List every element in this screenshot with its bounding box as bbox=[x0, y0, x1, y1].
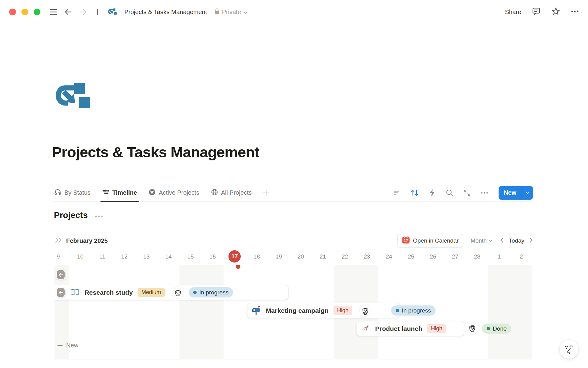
scale-label: Month bbox=[470, 237, 487, 244]
day-cell: 1 bbox=[488, 250, 510, 264]
comments-icon[interactable] bbox=[532, 7, 541, 17]
new-button-caret[interactable] bbox=[522, 186, 533, 200]
new-button-label[interactable]: New bbox=[499, 186, 522, 200]
tab-label: Timeline bbox=[112, 189, 137, 196]
task-title: Marketing campaign bbox=[266, 307, 329, 314]
scroll-to-task-button[interactable] bbox=[56, 287, 65, 297]
status-dot bbox=[487, 327, 490, 330]
priority-badge: High bbox=[334, 306, 352, 315]
tab-by-status[interactable]: By Status bbox=[52, 184, 92, 201]
task-title: Research study bbox=[85, 289, 133, 296]
page-title[interactable]: Projects & Tasks Management bbox=[52, 144, 259, 161]
timeline-scale-select[interactable]: Month bbox=[470, 237, 493, 244]
day-cell-today: 17 bbox=[224, 250, 246, 264]
status-pill: Done bbox=[482, 324, 511, 334]
assignee-avatar-man-dark-hair bbox=[172, 287, 184, 298]
status-pill: In progress bbox=[189, 287, 233, 297]
favorite-star-icon[interactable] bbox=[551, 7, 560, 17]
book-icon bbox=[70, 289, 80, 297]
day-cell: 11 bbox=[91, 250, 113, 264]
add-view-button[interactable] bbox=[262, 188, 271, 197]
sidebar-toggle-icon[interactable] bbox=[48, 7, 59, 17]
more-view-options-icon[interactable] bbox=[480, 188, 489, 197]
task-card[interactable]: Product launchHigh bbox=[356, 321, 464, 336]
window-controls bbox=[9, 9, 40, 15]
day-cell: 2 bbox=[510, 250, 532, 264]
chevrons-right-icon[interactable] bbox=[55, 237, 63, 245]
status-icon bbox=[54, 189, 61, 197]
scroll-to-task-button[interactable] bbox=[56, 270, 65, 280]
collection-menu-icon[interactable] bbox=[95, 210, 103, 220]
breadcrumb-page-title[interactable]: Projects & Tasks Management bbox=[124, 9, 207, 16]
notion-window: Projects & Tasks Management Private Shar… bbox=[0, 0, 588, 368]
tab-label: Active Projects bbox=[159, 189, 199, 196]
task-card[interactable]: Marketing campaignHigh bbox=[247, 303, 400, 318]
close-window-button[interactable] bbox=[9, 9, 16, 15]
day-cell: 24 bbox=[378, 250, 400, 264]
day-cell: 27 bbox=[444, 250, 466, 264]
expand-icon[interactable] bbox=[462, 188, 472, 197]
day-cell: 19 bbox=[268, 250, 290, 264]
task-card[interactable]: Research studyMediumIn progress bbox=[55, 285, 288, 300]
forward-icon[interactable] bbox=[78, 7, 88, 17]
tab-timeline[interactable]: Timeline bbox=[100, 184, 139, 201]
date-row: 9101112131415161718192021222324252627281… bbox=[55, 250, 533, 264]
offscreen-task-indicator[interactable] bbox=[56, 270, 65, 280]
day-cell: 22 bbox=[334, 250, 356, 264]
today-badge: 17 bbox=[228, 250, 241, 263]
filter-icon[interactable] bbox=[393, 188, 402, 197]
new-task-row[interactable]: New bbox=[57, 342, 78, 349]
day-cell: 21 bbox=[312, 250, 334, 264]
more-options-icon[interactable] bbox=[571, 7, 579, 17]
collection-title[interactable]: Projects bbox=[54, 210, 88, 220]
page-icon-logo[interactable] bbox=[56, 82, 90, 112]
task-layer: New Research studyMediumIn progressMarke… bbox=[55, 265, 533, 359]
day-cell: 25 bbox=[400, 250, 422, 264]
back-icon[interactable] bbox=[63, 7, 74, 17]
assignee-avatar-man-beard bbox=[360, 305, 371, 316]
status-label: Done bbox=[493, 325, 507, 332]
timeline-grid[interactable]: New Research studyMediumIn progressMarke… bbox=[55, 265, 533, 359]
new-page-icon[interactable] bbox=[92, 7, 103, 17]
view-bar: By Status Timeline Active Projects bbox=[52, 184, 533, 202]
day-cell: 9 bbox=[55, 250, 69, 264]
today-button[interactable]: Today bbox=[509, 237, 524, 244]
zoom-window-button[interactable] bbox=[34, 9, 40, 15]
privacy-label: Private bbox=[222, 9, 241, 16]
day-cell: 13 bbox=[135, 250, 157, 264]
new-task-label: New bbox=[66, 342, 78, 349]
privacy-dropdown[interactable]: Private bbox=[214, 8, 247, 16]
share-button[interactable]: Share bbox=[505, 9, 521, 16]
lock-icon bbox=[214, 8, 220, 16]
calendar-icon: 17 bbox=[402, 236, 410, 246]
sort-icon[interactable] bbox=[410, 188, 419, 197]
notion-ai-face-button[interactable] bbox=[560, 340, 579, 359]
automations-lightning-icon[interactable] bbox=[428, 188, 437, 197]
timeline-header: February 2025 17 Open in Calendar Month bbox=[55, 233, 533, 248]
priority-badge: High bbox=[427, 324, 446, 333]
open-in-calendar-button[interactable]: 17 Open in Calendar bbox=[397, 234, 463, 248]
day-cell: 23 bbox=[356, 250, 378, 264]
day-cell: 10 bbox=[69, 250, 91, 264]
chevron-down-icon bbox=[243, 9, 247, 16]
star-circle-icon bbox=[149, 189, 156, 197]
status-label: In progress bbox=[402, 307, 431, 314]
mailbox-icon bbox=[252, 306, 261, 315]
assignee-avatar-man-gray-hair bbox=[466, 323, 478, 334]
day-cell: 16 bbox=[202, 250, 224, 264]
timeline-month-label[interactable]: February 2025 bbox=[66, 237, 108, 244]
search-icon[interactable] bbox=[445, 188, 454, 197]
day-cell: 12 bbox=[113, 250, 135, 264]
view-toolbar: New bbox=[393, 186, 533, 200]
next-period-icon[interactable] bbox=[530, 237, 533, 244]
open-in-calendar-label: Open in Calendar bbox=[413, 237, 459, 244]
day-cell: 15 bbox=[179, 250, 202, 264]
tab-all-projects[interactable]: All Projects bbox=[209, 184, 254, 201]
page-logo-small bbox=[107, 7, 118, 17]
today-line bbox=[238, 265, 238, 359]
new-button[interactable]: New bbox=[499, 186, 533, 200]
minimize-window-button[interactable] bbox=[21, 9, 28, 15]
priority-badge: Medium bbox=[138, 288, 165, 297]
prev-period-icon[interactable] bbox=[500, 237, 503, 244]
tab-active-projects[interactable]: Active Projects bbox=[147, 184, 201, 201]
